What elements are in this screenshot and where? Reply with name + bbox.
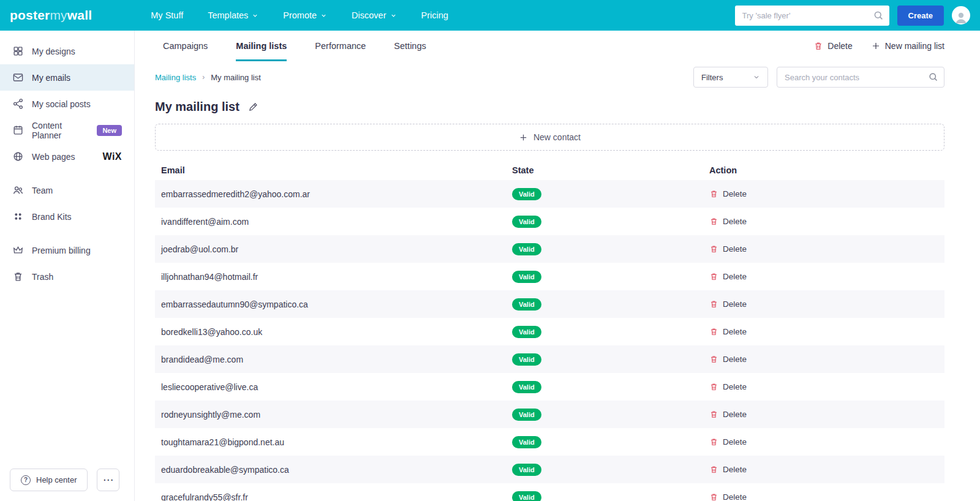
row-delete-button[interactable]: Delete	[709, 355, 944, 364]
row-delete-label: Delete	[723, 272, 747, 281]
breadcrumb: Mailing lists › My mailing list	[155, 73, 261, 82]
row-delete-button[interactable]: Delete	[709, 327, 944, 336]
breadcrumb-separator: ›	[202, 73, 205, 81]
chevron-down-icon	[252, 12, 258, 19]
sidebar-item-premium-billing[interactable]: Premium billing	[0, 237, 134, 263]
sidebar: My designs My emails My social posts Con…	[0, 31, 135, 501]
nav-discover[interactable]: Discover	[352, 10, 396, 20]
nav-my-stuff[interactable]: My Stuff	[151, 10, 183, 20]
trash-icon	[12, 271, 24, 282]
sidebar-item-my-emails[interactable]: My emails	[0, 64, 134, 91]
contact-search-input[interactable]	[777, 67, 944, 88]
body-shell: My designs My emails My social posts Con…	[0, 31, 980, 501]
trash-icon	[709, 382, 718, 391]
trash-icon	[709, 217, 718, 226]
create-button[interactable]: Create	[897, 6, 944, 26]
trash-icon	[813, 41, 823, 51]
status-badge: Valid	[512, 491, 541, 501]
row-delete-button[interactable]: Delete	[709, 465, 944, 474]
list-actions: Delete New mailing list	[813, 31, 944, 61]
top-nav: My Stuff Templates Promote Discover Pric…	[151, 10, 448, 20]
page-title: My mailing list	[155, 100, 239, 114]
more-button[interactable]: ⋯	[97, 469, 119, 491]
table-row: illjohnathan94@hotmail.fr Valid Delete	[155, 263, 944, 290]
template-search	[735, 6, 889, 26]
grid-icon	[12, 45, 24, 57]
trash-icon	[709, 299, 718, 309]
tab-settings[interactable]: Settings	[394, 31, 426, 61]
row-delete-button[interactable]: Delete	[709, 437, 944, 446]
status-badge: Valid	[512, 409, 541, 421]
trash-icon	[709, 189, 718, 198]
status-badge: Valid	[512, 298, 541, 311]
sidebar-item-my-social-posts[interactable]: My social posts	[0, 91, 134, 117]
toolbar-right: Filters	[693, 67, 944, 88]
logo-part-wall: wall	[67, 8, 92, 22]
sidebar-item-web-pages[interactable]: Web pages WiX	[0, 143, 134, 170]
new-contact-button[interactable]: New contact	[155, 124, 944, 151]
nav-promote[interactable]: Promote	[283, 10, 327, 20]
user-avatar[interactable]	[952, 6, 970, 24]
row-email: eduardobreakable@sympatico.ca	[155, 465, 506, 475]
row-delete-button[interactable]: Delete	[709, 299, 944, 309]
tab-campaigns[interactable]: Campaigns	[163, 31, 208, 61]
row-delete-label: Delete	[723, 299, 747, 309]
status-badge: Valid	[512, 216, 541, 228]
row-delete-button[interactable]: Delete	[709, 410, 944, 419]
tabs: Campaigns Mailing lists Performance Sett…	[163, 31, 426, 61]
row-email: embarrassedautumn90@sympatico.ca	[155, 299, 506, 309]
nav-templates[interactable]: Templates	[208, 10, 258, 20]
sidebar-item-content-planner[interactable]: Content Planner New	[0, 117, 134, 143]
delete-list-button[interactable]: Delete	[813, 41, 852, 51]
row-delete-button[interactable]: Delete	[709, 189, 944, 198]
breadcrumb-mailing-lists[interactable]: Mailing lists	[155, 73, 196, 82]
row-delete-label: Delete	[723, 327, 747, 336]
table-row: embarrassedautumn90@sympatico.ca Valid D…	[155, 290, 944, 318]
table-row: eduardobreakable@sympatico.ca Valid Dele…	[155, 456, 944, 483]
row-delete-button[interactable]: Delete	[709, 244, 944, 254]
table-row: rodneyunsightly@me.com Valid Delete	[155, 401, 944, 428]
help-center-button[interactable]: ? Help center	[10, 469, 88, 491]
tab-performance[interactable]: Performance	[315, 31, 366, 61]
edit-pencil-icon[interactable]	[248, 102, 258, 112]
row-delete-label: Delete	[723, 244, 747, 254]
sidebar-item-team[interactable]: Team	[0, 177, 134, 203]
table-body: embarrassedmeredith2@yahoo.com.ar Valid …	[155, 180, 944, 501]
template-search-input[interactable]	[735, 6, 889, 26]
wix-logo: WiX	[102, 151, 122, 162]
status-badge: Valid	[512, 353, 541, 366]
trash-icon	[709, 465, 718, 474]
column-header-email: Email	[155, 165, 506, 175]
row-delete-label: Delete	[723, 217, 747, 226]
sidebar-item-my-designs[interactable]: My designs	[0, 38, 134, 64]
new-mailing-list-button[interactable]: New mailing list	[871, 41, 944, 51]
row-delete-button[interactable]: Delete	[709, 382, 944, 391]
row-delete-label: Delete	[723, 382, 747, 391]
row-email: rodneyunsightly@me.com	[155, 410, 506, 420]
plus-icon	[871, 41, 881, 51]
tab-mailing-lists[interactable]: Mailing lists	[236, 31, 287, 61]
share-nodes-icon	[12, 98, 24, 110]
nav-pricing[interactable]: Pricing	[421, 10, 448, 20]
plus-icon	[519, 133, 528, 142]
row-email: illjohnathan94@hotmail.fr	[155, 272, 506, 282]
row-email: embarrassedmeredith2@yahoo.com.ar	[155, 189, 506, 199]
row-delete-button[interactable]: Delete	[709, 272, 944, 281]
team-icon	[12, 184, 24, 196]
filters-dropdown[interactable]: Filters	[693, 67, 768, 88]
logo-part-poster: poster	[10, 8, 50, 22]
trash-icon	[709, 492, 718, 501]
row-delete-button[interactable]: Delete	[709, 492, 944, 501]
person-icon	[954, 10, 968, 24]
question-icon: ?	[21, 475, 31, 485]
sidebar-item-brand-kits[interactable]: Brand Kits	[0, 203, 134, 230]
postermywall-logo[interactable]: postermywall	[10, 8, 92, 23]
envelope-icon	[12, 72, 24, 83]
new-badge: New	[97, 125, 122, 136]
row-delete-button[interactable]: Delete	[709, 217, 944, 226]
row-delete-label: Delete	[723, 355, 747, 364]
sidebar-item-trash[interactable]: Trash	[0, 263, 134, 290]
table-row: toughtamara21@bigpond.net.au Valid Delet…	[155, 428, 944, 456]
trash-icon	[709, 437, 718, 446]
row-delete-label: Delete	[723, 410, 747, 419]
